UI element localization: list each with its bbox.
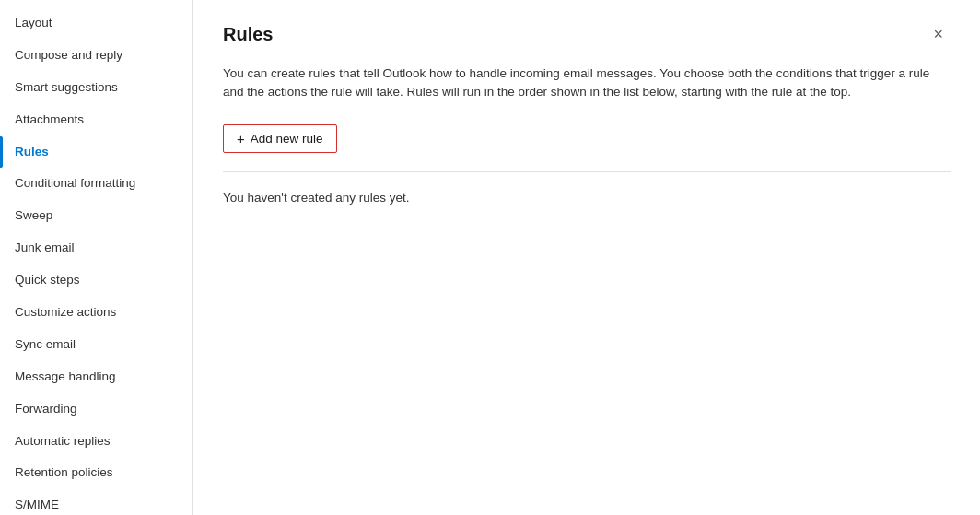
empty-state-text: You haven't created any rules yet. (223, 191, 951, 205)
sidebar-item-customize-actions[interactable]: Customize actions (0, 297, 192, 329)
sidebar-item-compose-reply[interactable]: Compose and reply (0, 40, 192, 72)
sidebar: LayoutCompose and replySmart suggestions… (0, 0, 193, 515)
sidebar-item-sweep[interactable]: Sweep (0, 200, 192, 232)
description-text: You can create rules that tell Outlook h… (223, 64, 941, 102)
sidebar-item-junk-email[interactable]: Junk email (0, 232, 192, 264)
main-content: Rules × You can create rules that tell O… (193, 0, 980, 515)
sidebar-item-rules[interactable]: Rules (0, 136, 192, 169)
sidebar-item-forwarding[interactable]: Forwarding (0, 393, 192, 426)
add-rule-label: Add new rule (251, 132, 323, 146)
add-new-rule-button[interactable]: + Add new rule (223, 124, 337, 153)
plus-icon: + (237, 131, 245, 146)
page-title: Rules (223, 24, 273, 45)
sidebar-item-conditional-formatting[interactable]: Conditional formatting (0, 168, 192, 200)
sidebar-item-quick-steps[interactable]: Quick steps (0, 264, 192, 297)
sidebar-item-smime[interactable]: S/MIME (0, 489, 192, 515)
close-button[interactable]: × (926, 22, 951, 46)
main-header: Rules × (223, 22, 951, 46)
settings-container: LayoutCompose and replySmart suggestions… (0, 0, 980, 515)
sidebar-item-message-handling[interactable]: Message handling (0, 361, 192, 393)
sidebar-item-layout[interactable]: Layout (0, 7, 192, 40)
sidebar-item-automatic-replies[interactable]: Automatic replies (0, 426, 192, 458)
sidebar-item-retention-policies[interactable]: Retention policies (0, 457, 192, 489)
sidebar-item-sync-email[interactable]: Sync email (0, 329, 192, 361)
sidebar-item-attachments[interactable]: Attachments (0, 104, 192, 136)
divider (223, 171, 951, 172)
sidebar-item-smart-suggestions[interactable]: Smart suggestions (0, 72, 192, 104)
